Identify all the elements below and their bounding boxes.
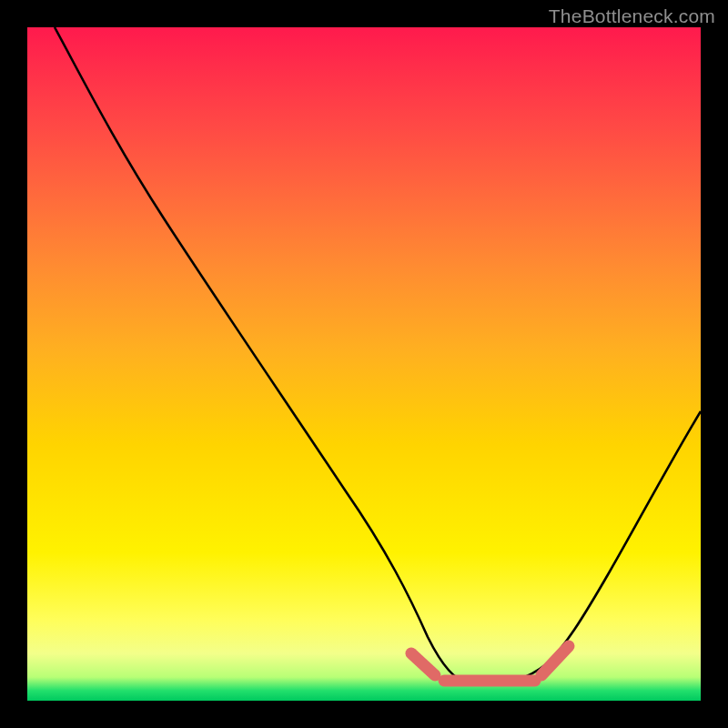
chart-frame: TheBottleneck.com bbox=[0, 0, 728, 728]
bottleneck-curve bbox=[55, 27, 701, 684]
plot-area bbox=[27, 27, 701, 701]
watermark-text: TheBottleneck.com bbox=[549, 5, 715, 27]
chart-svg bbox=[27, 27, 701, 701]
